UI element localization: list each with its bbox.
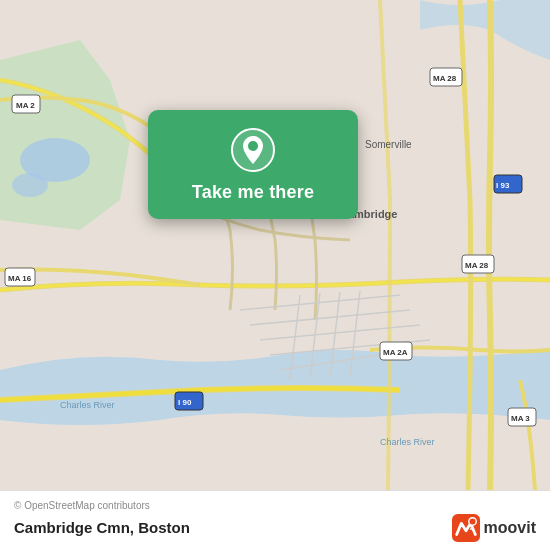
svg-text:Somerville: Somerville bbox=[365, 139, 412, 150]
svg-text:MA 2A: MA 2A bbox=[383, 348, 408, 357]
svg-text:MA 2: MA 2 bbox=[16, 101, 35, 110]
location-name: Cambridge Cmn, Boston bbox=[14, 519, 190, 536]
map-svg: Charles River bbox=[0, 0, 550, 490]
svg-rect-35 bbox=[452, 514, 480, 542]
map-attribution: © OpenStreetMap contributors bbox=[14, 500, 536, 511]
moovit-logo-text: moovit bbox=[484, 519, 536, 537]
svg-point-3 bbox=[12, 173, 48, 197]
svg-point-36 bbox=[468, 517, 475, 524]
bottom-info-bar: © OpenStreetMap contributors Cambridge C… bbox=[0, 490, 550, 550]
take-me-there-button[interactable]: Take me there bbox=[192, 182, 314, 203]
map-view: Charles River bbox=[0, 0, 550, 490]
svg-point-34 bbox=[248, 141, 258, 151]
svg-text:MA 16: MA 16 bbox=[8, 274, 32, 283]
svg-text:Charles River: Charles River bbox=[380, 437, 435, 447]
location-popup: Take me there bbox=[148, 110, 358, 219]
location-pin-icon bbox=[231, 128, 275, 172]
svg-text:MA 28: MA 28 bbox=[433, 74, 457, 83]
svg-text:I 93: I 93 bbox=[496, 181, 510, 190]
moovit-logo: moovit bbox=[452, 514, 536, 542]
svg-text:MA 28: MA 28 bbox=[465, 261, 489, 270]
svg-text:MA 3: MA 3 bbox=[511, 414, 530, 423]
svg-text:I 90: I 90 bbox=[178, 398, 192, 407]
location-info-row: Cambridge Cmn, Boston moovit bbox=[14, 514, 536, 542]
moovit-logo-icon bbox=[452, 514, 480, 542]
svg-text:Charles River: Charles River bbox=[60, 400, 115, 410]
